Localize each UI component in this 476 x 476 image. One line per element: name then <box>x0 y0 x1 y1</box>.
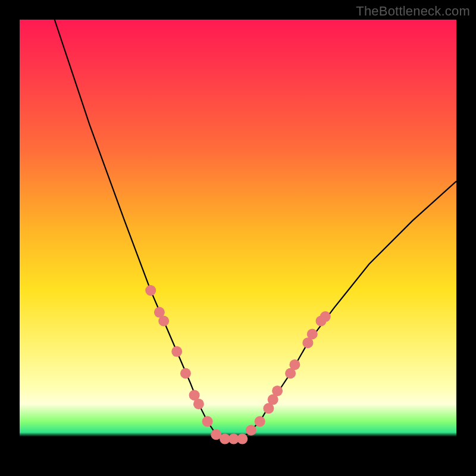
curve-markers <box>145 285 331 444</box>
curve-marker <box>202 416 213 427</box>
curve-marker <box>237 434 248 444</box>
curve-marker <box>158 316 169 327</box>
chart-frame: TheBottleneck.com <box>0 0 476 476</box>
curve-marker <box>171 346 182 357</box>
curve-marker <box>255 416 265 427</box>
curve-marker <box>180 368 191 379</box>
bottleneck-curve <box>55 20 456 439</box>
curve-marker <box>307 329 318 340</box>
watermark-text: TheBottleneck.com <box>356 4 470 19</box>
curve-marker <box>272 386 283 396</box>
chart-plot-area <box>20 20 456 456</box>
chart-svg <box>20 20 456 456</box>
curve-marker <box>289 359 300 370</box>
curve-marker <box>193 399 204 409</box>
curve-marker <box>246 425 256 436</box>
curve-marker <box>145 285 156 296</box>
curve-marker <box>320 311 331 322</box>
